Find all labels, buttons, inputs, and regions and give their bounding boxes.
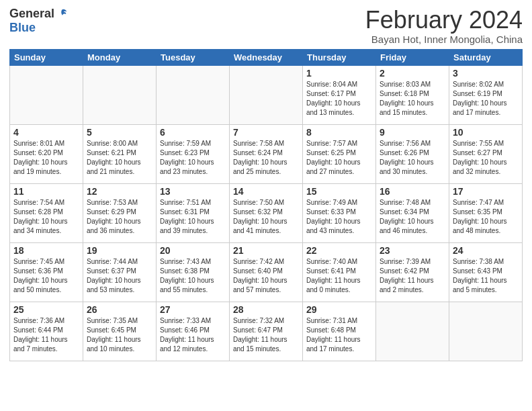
day-info: Sunrise: 7:33 AM Sunset: 6:46 PM Dayligh… [160, 316, 226, 354]
day-info: Sunrise: 7:35 AM Sunset: 6:45 PM Dayligh… [87, 316, 152, 354]
calendar-cell: 8Sunrise: 7:57 AM Sunset: 6:25 PM Daylig… [303, 124, 376, 183]
day-info: Sunrise: 7:56 AM Sunset: 6:26 PM Dayligh… [380, 139, 445, 177]
calendar-cell: 10Sunrise: 7:55 AM Sunset: 6:27 PM Dayli… [449, 124, 523, 183]
day-info: Sunrise: 7:58 AM Sunset: 6:24 PM Dayligh… [233, 139, 299, 177]
day-number: 15 [306, 186, 372, 197]
day-number: 14 [233, 186, 299, 197]
calendar-cell: 5Sunrise: 8:00 AM Sunset: 6:21 PM Daylig… [83, 124, 157, 183]
day-number: 9 [380, 127, 445, 138]
day-number: 29 [306, 304, 372, 315]
day-number: 23 [380, 245, 445, 256]
calendar-cell: 18Sunrise: 7:45 AM Sunset: 6:36 PM Dayli… [10, 242, 83, 302]
calendar-week-3: 18Sunrise: 7:45 AM Sunset: 6:36 PM Dayli… [10, 242, 523, 302]
day-info: Sunrise: 7:59 AM Sunset: 6:23 PM Dayligh… [160, 139, 226, 177]
calendar-cell: 22Sunrise: 7:40 AM Sunset: 6:41 PM Dayli… [303, 242, 376, 302]
col-saturday: Saturday [449, 49, 523, 65]
day-number: 7 [233, 127, 299, 138]
day-number: 20 [160, 245, 226, 256]
calendar-cell: 2Sunrise: 8:03 AM Sunset: 6:18 PM Daylig… [376, 65, 449, 124]
calendar: Sunday Monday Tuesday Wednesday Thursday… [9, 49, 523, 361]
calendar-cell: 3Sunrise: 8:02 AM Sunset: 6:19 PM Daylig… [449, 65, 523, 124]
day-number: 2 [380, 68, 445, 79]
day-info: Sunrise: 7:54 AM Sunset: 6:28 PM Dayligh… [13, 198, 79, 236]
day-info: Sunrise: 7:38 AM Sunset: 6:43 PM Dayligh… [453, 257, 519, 295]
day-info: Sunrise: 7:43 AM Sunset: 6:38 PM Dayligh… [160, 257, 226, 295]
calendar-cell: 29Sunrise: 7:31 AM Sunset: 6:48 PM Dayli… [303, 302, 376, 361]
main-title: February 2024 [365, 7, 523, 34]
calendar-cell: 13Sunrise: 7:51 AM Sunset: 6:31 PM Dayli… [157, 183, 230, 242]
day-number: 3 [453, 68, 519, 79]
day-number: 27 [160, 304, 226, 315]
calendar-cell: 23Sunrise: 7:39 AM Sunset: 6:42 PM Dayli… [376, 242, 449, 302]
day-info: Sunrise: 7:45 AM Sunset: 6:36 PM Dayligh… [13, 257, 79, 295]
day-number: 26 [87, 304, 152, 315]
calendar-cell: 21Sunrise: 7:42 AM Sunset: 6:40 PM Dayli… [230, 242, 303, 302]
day-info: Sunrise: 7:48 AM Sunset: 6:34 PM Dayligh… [380, 198, 445, 236]
day-number: 21 [233, 245, 299, 256]
col-wednesday: Wednesday [230, 49, 303, 65]
calendar-cell: 19Sunrise: 7:44 AM Sunset: 6:37 PM Dayli… [83, 242, 157, 302]
day-info: Sunrise: 7:55 AM Sunset: 6:27 PM Dayligh… [453, 139, 519, 177]
calendar-cell: 17Sunrise: 7:47 AM Sunset: 6:35 PM Dayli… [449, 183, 523, 242]
day-number: 11 [13, 186, 79, 197]
day-number: 6 [160, 127, 226, 138]
subtitle: Bayan Hot, Inner Mongolia, China [365, 34, 523, 45]
day-info: Sunrise: 7:51 AM Sunset: 6:31 PM Dayligh… [160, 198, 226, 236]
header-row: Sunday Monday Tuesday Wednesday Thursday… [10, 49, 523, 65]
day-number: 25 [13, 304, 79, 315]
day-number: 1 [306, 68, 372, 79]
calendar-cell: 25Sunrise: 7:36 AM Sunset: 6:44 PM Dayli… [10, 302, 83, 361]
logo: General Blue [9, 7, 68, 35]
day-info: Sunrise: 7:36 AM Sunset: 6:44 PM Dayligh… [13, 316, 79, 354]
calendar-week-0: 1Sunrise: 8:04 AM Sunset: 6:17 PM Daylig… [10, 65, 523, 124]
calendar-cell: 9Sunrise: 7:56 AM Sunset: 6:26 PM Daylig… [376, 124, 449, 183]
calendar-week-1: 4Sunrise: 8:01 AM Sunset: 6:20 PM Daylig… [10, 124, 523, 183]
day-number: 22 [306, 245, 372, 256]
calendar-cell [157, 65, 230, 124]
day-info: Sunrise: 7:40 AM Sunset: 6:41 PM Dayligh… [306, 257, 372, 295]
day-number: 17 [453, 186, 519, 197]
calendar-cell: 11Sunrise: 7:54 AM Sunset: 6:28 PM Dayli… [10, 183, 83, 242]
day-info: Sunrise: 7:49 AM Sunset: 6:33 PM Dayligh… [306, 198, 372, 236]
day-number: 13 [160, 186, 226, 197]
calendar-cell [449, 302, 523, 361]
calendar-cell: 6Sunrise: 7:59 AM Sunset: 6:23 PM Daylig… [157, 124, 230, 183]
calendar-cell: 28Sunrise: 7:32 AM Sunset: 6:47 PM Dayli… [230, 302, 303, 361]
calendar-cell: 7Sunrise: 7:58 AM Sunset: 6:24 PM Daylig… [230, 124, 303, 183]
calendar-cell: 16Sunrise: 7:48 AM Sunset: 6:34 PM Dayli… [376, 183, 449, 242]
logo-blue-text: Blue [9, 21, 36, 34]
calendar-cell: 24Sunrise: 7:38 AM Sunset: 6:43 PM Dayli… [449, 242, 523, 302]
day-number: 28 [233, 304, 299, 315]
day-info: Sunrise: 7:31 AM Sunset: 6:48 PM Dayligh… [306, 316, 372, 354]
col-tuesday: Tuesday [157, 49, 230, 65]
calendar-cell: 4Sunrise: 8:01 AM Sunset: 6:20 PM Daylig… [10, 124, 83, 183]
day-info: Sunrise: 8:02 AM Sunset: 6:19 PM Dayligh… [453, 80, 519, 118]
day-info: Sunrise: 7:50 AM Sunset: 6:32 PM Dayligh… [233, 198, 299, 236]
col-sunday: Sunday [10, 49, 83, 65]
day-info: Sunrise: 7:32 AM Sunset: 6:47 PM Dayligh… [233, 316, 299, 354]
calendar-cell: 12Sunrise: 7:53 AM Sunset: 6:29 PM Dayli… [83, 183, 157, 242]
day-info: Sunrise: 7:44 AM Sunset: 6:37 PM Dayligh… [87, 257, 152, 295]
day-info: Sunrise: 7:57 AM Sunset: 6:25 PM Dayligh… [306, 139, 372, 177]
title-block: February 2024 Bayan Hot, Inner Mongolia,… [365, 7, 523, 45]
day-info: Sunrise: 7:39 AM Sunset: 6:42 PM Dayligh… [380, 257, 445, 295]
day-number: 4 [13, 127, 79, 138]
day-info: Sunrise: 7:42 AM Sunset: 6:40 PM Dayligh… [233, 257, 299, 295]
day-number: 8 [306, 127, 372, 138]
day-info: Sunrise: 8:01 AM Sunset: 6:20 PM Dayligh… [13, 139, 79, 177]
calendar-cell: 14Sunrise: 7:50 AM Sunset: 6:32 PM Dayli… [230, 183, 303, 242]
day-number: 16 [380, 186, 445, 197]
day-number: 24 [453, 245, 519, 256]
calendar-cell: 26Sunrise: 7:35 AM Sunset: 6:45 PM Dayli… [83, 302, 157, 361]
day-number: 18 [13, 245, 79, 256]
page: General Blue February 2024 Bayan Hot, In… [0, 0, 532, 411]
day-info: Sunrise: 7:53 AM Sunset: 6:29 PM Dayligh… [87, 198, 152, 236]
day-number: 19 [87, 245, 152, 256]
calendar-week-4: 25Sunrise: 7:36 AM Sunset: 6:44 PM Dayli… [10, 302, 523, 361]
day-number: 10 [453, 127, 519, 138]
calendar-cell [10, 65, 83, 124]
day-info: Sunrise: 8:03 AM Sunset: 6:18 PM Dayligh… [380, 80, 445, 118]
logo-general-text: General [9, 7, 54, 21]
calendar-cell: 15Sunrise: 7:49 AM Sunset: 6:33 PM Dayli… [303, 183, 376, 242]
col-monday: Monday [83, 49, 157, 65]
